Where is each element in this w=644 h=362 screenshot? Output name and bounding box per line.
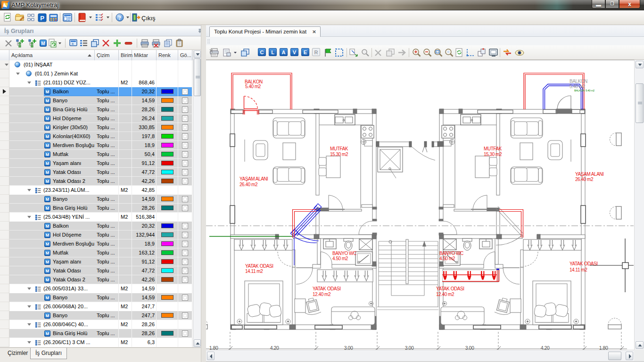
svg-text:BANYO WC: BANYO WC: [332, 251, 356, 256]
svg-text:12.40 m2: 12.40 m2: [313, 292, 331, 297]
svg-text:26.40 m2: 26.40 m2: [575, 177, 594, 182]
svg-text:?: ?: [118, 15, 121, 21]
svg-text:15.30 m2: 15.30 m2: [484, 152, 502, 157]
svg-text:4.50 m2: 4.50 m2: [439, 256, 455, 261]
svg-text:14.11 m2: 14.11 m2: [570, 267, 587, 272]
svg-text:5.40 m2: 5.40 m2: [570, 84, 586, 89]
svg-text:MUTFAK: MUTFAK: [484, 146, 502, 151]
svg-text:BANYO WC: BANYO WC: [439, 251, 463, 256]
svg-text:5.40 m2: 5.40 m2: [245, 84, 261, 89]
svg-text:14.11 m2: 14.11 m2: [245, 269, 263, 274]
svg-text:YATAK ODASI: YATAK ODASI: [245, 263, 273, 269]
svg-text:YAŞAM ALANI: YAŞAM ALANI: [239, 176, 268, 181]
svg-text:M: M: [41, 41, 45, 46]
svg-text:4.50 m2: 4.50 m2: [332, 256, 348, 261]
svg-text:15.30 m2: 15.30 m2: [330, 152, 348, 157]
svg-text:YAŞAM ALANI: YAŞAM ALANI: [575, 172, 603, 177]
svg-text:YATAK ODASI: YATAK ODASI: [436, 286, 464, 291]
svg-text:BALKON: BALKON: [570, 79, 587, 84]
svg-text:12.40 m2: 12.40 m2: [436, 292, 454, 297]
svg-text:a: a: [72, 42, 74, 45]
svg-text:YATAK ODASI: YATAK ODASI: [313, 286, 341, 291]
svg-text:26.40 m2: 26.40 m2: [239, 182, 258, 187]
svg-text:MUTFAK: MUTFAK: [330, 146, 348, 151]
svg-text:BALKON 5.40 m2: BALKON 5.40 m2: [574, 89, 595, 92]
svg-text:P: P: [40, 15, 44, 22]
